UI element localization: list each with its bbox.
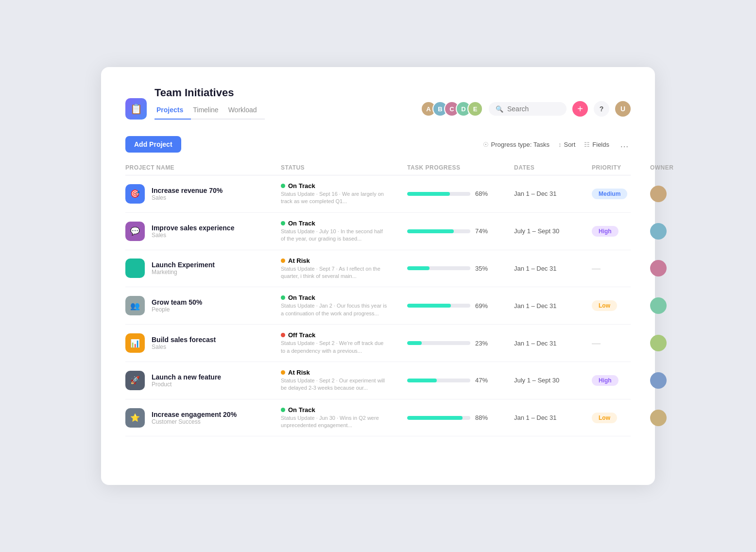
help-button[interactable]: ? <box>594 101 609 117</box>
progress-type-label: Progress type: Tasks <box>491 141 550 148</box>
project-icon: 🚀 <box>125 371 145 390</box>
avatar: E <box>467 101 483 117</box>
progress-percent: 88% <box>475 414 493 421</box>
project-name: Increase engagement 20% <box>152 411 237 418</box>
dates-cell: Jan 1 – Dec 31 <box>514 302 592 310</box>
progress-cell: 68% <box>407 190 514 197</box>
progress-bar-fill <box>407 379 437 382</box>
progress-type-action[interactable]: ☉ Progress type: Tasks <box>483 141 550 148</box>
dates-cell: July 1 – Sept 30 <box>514 227 592 235</box>
sort-action[interactable]: ↕ Sort <box>558 141 575 148</box>
project-info: Increase engagement 20% Customer Success <box>152 411 237 425</box>
progress-bar-bg <box>407 266 470 270</box>
user-avatar[interactable]: U <box>615 101 631 117</box>
priority-badge: Low <box>592 300 617 311</box>
priority-empty: — <box>592 263 601 273</box>
table-row[interactable]: ⭐ Increase engagement 20% Customer Succe… <box>125 399 631 437</box>
project-cell: Launch Experiment Marketing <box>125 259 281 278</box>
search-box[interactable]: 🔍 <box>489 102 567 116</box>
dates-cell: Jan 1 – Dec 31 <box>514 190 592 197</box>
project-cell: 👥 Grow team 50% People <box>125 296 281 315</box>
project-name: Launch Experiment <box>152 261 215 269</box>
tab-workload[interactable]: Workload <box>226 102 265 120</box>
search-input[interactable] <box>507 105 560 113</box>
project-icon: 🎯 <box>125 184 145 204</box>
project-info: Launch a new feature Product <box>152 373 221 388</box>
status-cell: At Risk Status Update · Sept 2 · Our exp… <box>281 369 407 392</box>
progress-percent: 69% <box>475 302 493 310</box>
owner-cell <box>650 297 689 314</box>
project-cell: 🎯 Increase revenue 70% Sales <box>125 184 281 204</box>
status-dot <box>281 408 285 412</box>
col-priority: Priority <box>592 164 650 171</box>
status-update: Status Update · Sept 2 · Our experiment … <box>281 377 388 392</box>
progress-bar-fill <box>407 304 451 308</box>
projects-table: Project name Status Task progress Dates … <box>125 160 631 436</box>
progress-bar-bg <box>407 304 470 308</box>
owner-cell <box>650 260 689 276</box>
project-name: Build sales forecast <box>152 336 216 344</box>
status-dot <box>281 221 285 225</box>
progress-bar-bg <box>407 379 470 382</box>
progress-cell: 23% <box>407 340 514 347</box>
progress-bar-fill <box>407 416 463 420</box>
status-line: At Risk <box>281 257 402 264</box>
priority-cell: High <box>592 375 650 386</box>
progress-bar-fill <box>407 192 450 196</box>
status-dot <box>281 295 285 300</box>
table-row[interactable]: 👥 Grow team 50% People On Track Status U… <box>125 287 631 325</box>
owner-avatar <box>650 372 667 389</box>
more-button[interactable]: … <box>618 139 631 150</box>
progress-percent: 68% <box>475 190 493 197</box>
progress-percent: 35% <box>475 265 493 272</box>
status-cell: Off Track Status Update · Sept 2 · We're… <box>281 331 407 355</box>
status-update: Status Update · Jun 30 · Wins in Q2 were… <box>281 414 388 430</box>
status-update: Status Update · Sept 16 · We are largely… <box>281 190 388 206</box>
header: 📋 Team Initiatives Projects Timeline Wor… <box>125 86 631 131</box>
fields-label: Fields <box>592 141 609 148</box>
project-dept: Customer Success <box>152 418 237 425</box>
status-label: Off Track <box>288 331 315 339</box>
add-project-button[interactable]: Add Project <box>125 136 181 153</box>
status-label: At Risk <box>288 257 310 264</box>
owner-avatar <box>650 410 667 426</box>
project-info: Improve sales experience Sales <box>152 224 234 239</box>
owner-cell <box>650 223 689 240</box>
status-line: On Track <box>281 406 402 414</box>
table-row[interactable]: Launch Experiment Marketing At Risk Stat… <box>125 250 631 288</box>
progress-bar-fill <box>407 341 422 345</box>
progress-type-icon: ☉ <box>483 141 489 148</box>
priority-cell: Medium <box>592 189 650 199</box>
priority-cell: — <box>592 263 650 274</box>
project-dept: Sales <box>152 194 223 201</box>
owner-cell <box>650 372 689 389</box>
status-update: Status Update · July 10 · In the second … <box>281 228 388 243</box>
table-header: Project name Status Task progress Dates … <box>125 160 631 175</box>
project-icon: 📊 <box>125 333 145 353</box>
tab-timeline[interactable]: Timeline <box>191 102 226 120</box>
status-cell: On Track Status Update · Jun 30 · Wins i… <box>281 406 407 430</box>
owner-cell <box>650 335 689 351</box>
fields-action[interactable]: ☷ Fields <box>584 141 609 148</box>
owner-cell <box>650 410 689 426</box>
app-container: 📋 Team Initiatives Projects Timeline Wor… <box>101 67 655 485</box>
project-name: Launch a new feature <box>152 373 221 381</box>
owner-avatar <box>650 260 667 276</box>
progress-bar-bg <box>407 229 470 233</box>
status-cell: On Track Status Update · July 10 · In th… <box>281 220 407 243</box>
dates-cell: Jan 1 – Dec 31 <box>514 414 592 421</box>
project-icon: ⭐ <box>125 408 145 428</box>
progress-cell: 74% <box>407 227 514 235</box>
add-button[interactable]: + <box>572 101 588 117</box>
table-row[interactable]: 🚀 Launch a new feature Product At Risk S… <box>125 362 631 399</box>
table-row[interactable]: 📊 Build sales forecast Sales Off Track S… <box>125 325 631 362</box>
table-row[interactable]: 💬 Improve sales experience Sales On Trac… <box>125 213 631 250</box>
col-project-name: Project name <box>125 164 281 171</box>
owner-avatar <box>650 297 667 314</box>
status-label: At Risk <box>288 369 310 376</box>
tab-projects[interactable]: Projects <box>155 102 191 120</box>
priority-cell: High <box>592 226 650 237</box>
table-row[interactable]: 🎯 Increase revenue 70% Sales On Track St… <box>125 175 631 213</box>
progress-cell: 47% <box>407 377 514 384</box>
dates-cell: Jan 1 – Dec 31 <box>514 265 592 272</box>
